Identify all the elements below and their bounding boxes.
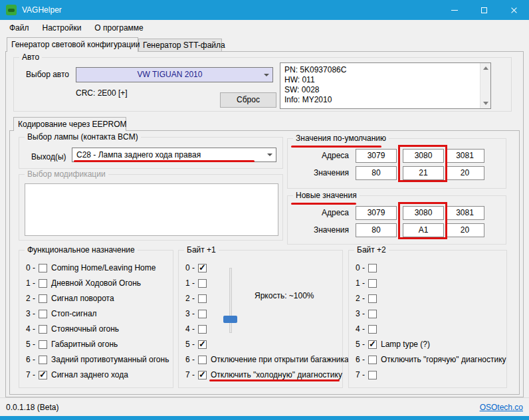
default-address-0[interactable]: 3079 — [356, 149, 397, 163]
scrollbar[interactable] — [480, 63, 490, 108]
checkbox[interactable] — [368, 356, 377, 364]
bit-index: 1 - — [185, 278, 198, 288]
default-address-2[interactable]: 3081 — [445, 149, 484, 163]
byte2-group-title: Байт +2 — [354, 245, 389, 255]
byte2-row-6: 6 -Отключить "горячую" диагностику — [356, 354, 506, 365]
function-row-7: 7 -Сигнал заднего хода — [26, 369, 128, 380]
checkbox[interactable] — [368, 264, 377, 272]
auto-group: Авто Выбор авто VW TIGUAN 2010 CRC: 2E00… — [13, 57, 512, 112]
chevron-down-icon — [267, 154, 272, 156]
byte2-group: Байт +2 0 - 1 - 2 - 3 - 4 - 5 -Lamp type… — [348, 250, 507, 388]
new-address-2[interactable]: 3081 — [445, 206, 484, 220]
modification-listbox[interactable] — [25, 183, 278, 236]
new-values-group: Новые значения Адреса 3079 3080 3081 Зна… — [287, 195, 506, 245]
default-value-0[interactable]: 80 — [356, 166, 397, 180]
lamp-combobox[interactable]: C28 - Лампа заднего хода правая — [72, 148, 276, 162]
checkbox[interactable] — [39, 356, 47, 364]
minimize-button[interactable] — [439, 0, 469, 20]
bit-index: 2 - — [356, 294, 368, 303]
checkbox[interactable] — [198, 340, 207, 349]
bit-index: 7 - — [356, 370, 368, 379]
window-controls — [439, 0, 529, 20]
checkbox[interactable] — [198, 356, 207, 364]
values-label: Значения — [290, 168, 349, 177]
checkbox[interactable] — [198, 310, 207, 318]
brightness-slider-track[interactable] — [229, 268, 232, 333]
info-line-pn: PN: 5K0937086C — [284, 65, 477, 75]
checkbox[interactable] — [39, 264, 47, 272]
checkbox[interactable] — [198, 279, 207, 288]
checkbox-label: Задний противотуманный огонь — [51, 355, 169, 364]
checkbox[interactable] — [368, 279, 377, 288]
tab-coding-eeprom[interactable]: Кодирование через EEPROM — [13, 117, 126, 131]
checkbox[interactable] — [368, 310, 377, 318]
new-address-1[interactable]: 3080 — [403, 206, 444, 220]
addresses-label: Адреса — [290, 151, 349, 160]
byte1-group-title: Байт +1 — [184, 245, 219, 255]
new-value-2[interactable]: 20 — [445, 223, 484, 237]
function-row-1: 1 -Дневной Ходовой Огонь — [26, 278, 141, 288]
bit-index: 3 - — [185, 309, 198, 318]
menu-file[interactable]: Файл — [3, 21, 36, 35]
checkbox[interactable] — [39, 371, 47, 379]
function-row-6: 6 -Задний противотуманный огонь — [26, 354, 169, 365]
checkbox[interactable] — [368, 340, 377, 349]
checkbox[interactable] — [368, 325, 377, 334]
lamp-select-group: Выбор лампы (контакта BCM) Выход(ы) C28 … — [19, 137, 283, 169]
menu-settings[interactable]: Настройки — [36, 21, 88, 35]
checkbox-label: Стоп-сигнал — [51, 309, 97, 318]
maximize-button[interactable] — [469, 0, 499, 20]
bit-index: 1 - — [356, 278, 368, 288]
scroll-down-icon — [483, 102, 488, 105]
lamp-group-title: Выбор лампы (контакта BCM) — [25, 132, 141, 142]
car-combobox[interactable]: VW TIGUAN 2010 — [76, 67, 273, 82]
bit-index: 5 - — [185, 340, 198, 349]
module-info-textbox[interactable]: PN: 5K0937086C HW: 011 SW: 0028 Info: MY… — [280, 62, 491, 109]
reset-button[interactable]: Сброс — [220, 92, 276, 108]
byte1-row-3: 3 - — [185, 308, 211, 319]
default-address-1[interactable]: 3080 — [403, 149, 444, 163]
new-value-0[interactable]: 80 — [356, 223, 397, 237]
app-icon — [6, 5, 17, 15]
tab-light-config-generator[interactable]: Генератор световой конфигурации — [7, 37, 138, 52]
checkbox-label: Дневной Ходовой Огонь — [51, 278, 141, 288]
new-value-1[interactable]: A1 — [403, 223, 444, 237]
checkbox[interactable] — [198, 371, 207, 379]
byte2-row-2: 2 - — [356, 293, 381, 304]
crc-value: CRC: 2E00 [+] — [76, 88, 128, 98]
menu-about[interactable]: О программе — [88, 21, 150, 35]
checkbox[interactable] — [39, 294, 47, 303]
checkbox[interactable] — [39, 279, 47, 288]
byte1-row-6: 6 -Отключение при открытии багажника — [185, 354, 349, 365]
brightness-slider-thumb[interactable] — [223, 316, 237, 323]
function-row-3: 3 -Стоп-сигнал — [26, 308, 97, 319]
functions-group: Функциональное назначение 0 -Coming Home… — [19, 250, 173, 388]
checkbox[interactable] — [368, 371, 377, 379]
maximize-icon — [481, 7, 487, 13]
checkbox[interactable] — [198, 325, 207, 334]
checkbox[interactable] — [39, 310, 47, 318]
bit-index: 6 - — [185, 355, 198, 364]
checkbox-label: Lamp type (?) — [381, 340, 430, 349]
checkbox[interactable] — [39, 340, 47, 349]
checkbox[interactable] — [198, 264, 207, 272]
byte1-row-2: 2 - — [185, 293, 211, 304]
checkbox[interactable] — [39, 325, 47, 334]
close-icon — [510, 7, 518, 14]
default-value-2[interactable]: 20 — [445, 166, 484, 180]
osotech-link[interactable]: OSOtech.co — [480, 403, 523, 412]
default-value-1[interactable]: 21 — [403, 166, 444, 180]
bit-index: 4 - — [356, 324, 368, 334]
info-line-info: Info: MY2010 — [284, 95, 477, 105]
bit-index: 0 - — [26, 263, 39, 272]
byte2-row-7: 7 - — [356, 369, 381, 380]
checkbox[interactable] — [368, 294, 377, 303]
auto-group-title: Авто — [19, 52, 42, 62]
close-button[interactable] — [499, 0, 529, 20]
info-line-hw: HW: 011 — [284, 75, 477, 85]
brightness-label: Яркость: ~100% — [255, 291, 314, 300]
checkbox[interactable] — [198, 294, 207, 303]
bit-index: 4 - — [185, 324, 198, 334]
tab-stt-file-generator[interactable]: Генератор STT-файла — [138, 39, 222, 51]
new-address-0[interactable]: 3079 — [356, 206, 397, 220]
